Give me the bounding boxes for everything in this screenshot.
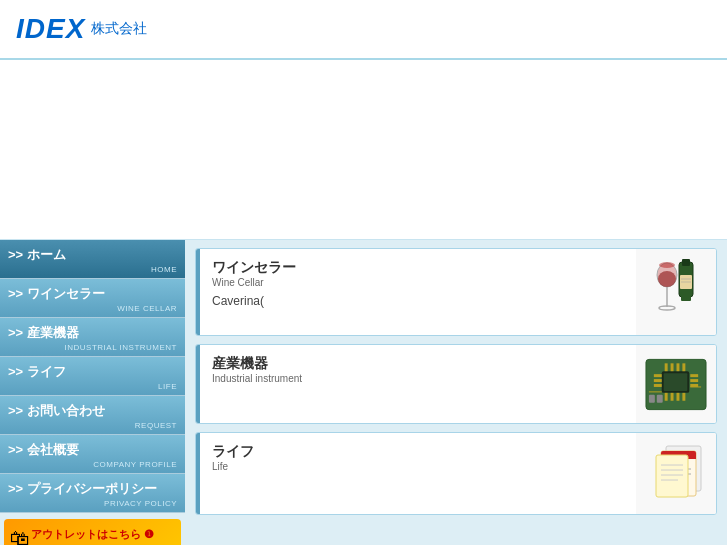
logo-idex: IDEX	[16, 13, 85, 45]
svg-rect-17	[690, 374, 698, 377]
card-title-industrial-jp: 産業機器	[212, 355, 624, 373]
sidebar-label-industrial-jp: >> 産業機器	[8, 324, 177, 342]
svg-rect-23	[682, 363, 685, 371]
svg-rect-13	[664, 373, 688, 391]
header: IDEX 株式会社	[0, 0, 727, 60]
svg-point-10	[658, 271, 676, 287]
sidebar-label-life-jp: >> ライフ	[8, 363, 177, 381]
sidebar-label-company-en: COMPANY PROFILE	[8, 460, 177, 469]
main-layout: >> ホーム HOME >> ワインセラー WINE CELLAR >> 産業機…	[0, 240, 727, 545]
sidebar-label-industrial-en: INDUSTRIAL INSTRUMENT	[8, 343, 177, 352]
sidebar-label-life-en: LIFE	[8, 382, 177, 391]
svg-rect-28	[649, 394, 655, 402]
card-body-industrial: 産業機器 Industrial instrument	[200, 345, 636, 423]
sidebar-label-company-jp: >> 会社概要	[8, 441, 177, 459]
card-desc-wine: Caverina(	[212, 294, 624, 308]
card-title-wine-jp: ワインセラー	[212, 259, 624, 277]
svg-rect-18	[690, 379, 698, 382]
sidebar-label-privacy-jp: >> プライバシーポリシー	[8, 480, 177, 498]
sidebar: >> ホーム HOME >> ワインセラー WINE CELLAR >> 産業機…	[0, 240, 185, 545]
content-area: ワインセラー Wine Cellar Caverina(	[185, 240, 727, 545]
sidebar-item-wine-cellar[interactable]: >> ワインセラー WINE CELLAR	[0, 279, 185, 318]
sidebar-item-home[interactable]: >> ホーム HOME	[0, 240, 185, 279]
sidebar-label-wine-en: WINE CELLAR	[8, 304, 177, 313]
card-body-life: ライフ Life	[200, 433, 636, 514]
sidebar-item-privacy[interactable]: >> プライバシーポリシー PRIVACY POLICY	[0, 474, 185, 513]
sidebar-label-privacy-en: PRIVACY POLICY	[8, 499, 177, 508]
svg-rect-14	[654, 374, 662, 377]
card-industrial: 産業機器 Industrial instrument	[195, 344, 717, 424]
card-body-wine: ワインセラー Wine Cellar Caverina(	[200, 249, 636, 335]
svg-rect-39	[656, 455, 688, 497]
card-image-wine	[636, 249, 716, 335]
svg-rect-26	[676, 392, 679, 400]
circuit-board-svg	[644, 357, 708, 412]
svg-rect-27	[682, 392, 685, 400]
sidebar-item-contact[interactable]: >> お問い合わせ REQUEST	[0, 396, 185, 435]
svg-point-7	[659, 262, 675, 268]
card-life: ライフ Life	[195, 432, 717, 515]
svg-rect-15	[654, 379, 662, 382]
outlet-icon: 🛍	[10, 527, 30, 545]
svg-rect-1	[682, 259, 690, 266]
card-title-industrial-en: Industrial instrument	[212, 373, 624, 384]
svg-point-9	[659, 306, 675, 310]
wine-glass-svg	[649, 257, 704, 327]
outlet-banner[interactable]: 🛍 アウトレットはこちら ❶ SALE	[4, 519, 181, 545]
svg-rect-24	[665, 392, 668, 400]
svg-rect-2	[681, 295, 691, 301]
sidebar-item-industrial[interactable]: >> 産業機器 INDUSTRIAL INSTRUMENT	[0, 318, 185, 357]
card-image-industrial	[636, 345, 716, 423]
card-wine-cellar: ワインセラー Wine Cellar Caverina(	[195, 248, 717, 336]
sidebar-item-life[interactable]: >> ライフ LIFE	[0, 357, 185, 396]
sidebar-label-wine-jp: >> ワインセラー	[8, 285, 177, 303]
card-title-life-en: Life	[212, 461, 624, 472]
svg-rect-29	[657, 394, 663, 402]
svg-rect-21	[671, 363, 674, 371]
svg-rect-22	[676, 363, 679, 371]
sidebar-label-home-en: HOME	[8, 265, 177, 274]
sidebar-label-home-jp: >> ホーム	[8, 246, 177, 264]
sidebar-label-contact-jp: >> お問い合わせ	[8, 402, 177, 420]
card-title-life-jp: ライフ	[212, 443, 624, 461]
hero-banner	[0, 60, 727, 240]
sidebar-label-contact-en: REQUEST	[8, 421, 177, 430]
logo-company: 株式会社	[91, 20, 147, 38]
svg-rect-16	[654, 384, 662, 387]
life-svg	[646, 441, 706, 506]
card-image-life	[636, 433, 716, 514]
sidebar-item-company[interactable]: >> 会社概要 COMPANY PROFILE	[0, 435, 185, 474]
svg-rect-20	[665, 363, 668, 371]
svg-rect-25	[671, 392, 674, 400]
card-title-wine-en: Wine Cellar	[212, 277, 624, 288]
